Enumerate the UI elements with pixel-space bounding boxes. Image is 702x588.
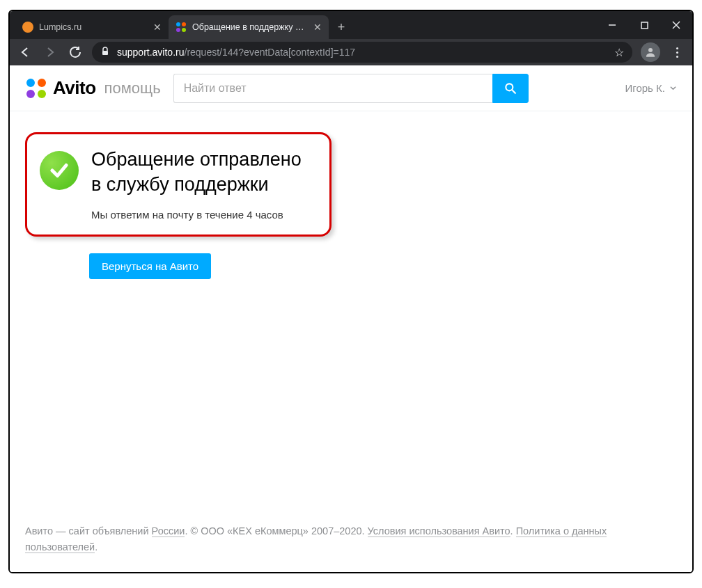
brand-subtext: помощь (104, 79, 161, 97)
maximize-button[interactable] (628, 11, 660, 39)
chevron-down-icon (669, 84, 677, 92)
search-form (173, 74, 529, 103)
svg-rect-4 (102, 51, 108, 55)
avito-logo-icon (25, 77, 47, 100)
callout-subtitle: Мы ответим на почту в течение 4 часов (91, 209, 302, 221)
address-bar[interactable]: support.avito.ru/request/144?eventData[c… (92, 42, 632, 63)
browser-menu-button[interactable] (666, 47, 688, 58)
browser-titlebar: Lumpics.ru ✕ Обращение в поддержку Авито… (10, 11, 692, 39)
svg-rect-1 (641, 22, 648, 29)
url-text: support.avito.ru/request/144?eventData[c… (117, 47, 609, 58)
main-content: Обращение отправлено в службу поддержки … (10, 111, 692, 512)
footer-link-russia[interactable]: России (152, 525, 185, 537)
window-controls (596, 11, 692, 39)
page-viewport: Avito помощь Игорь К. (10, 65, 692, 572)
return-to-avito-button[interactable]: Вернуться на Авито (89, 253, 211, 279)
brand-text: Avito (53, 77, 96, 99)
back-button[interactable] (14, 41, 36, 63)
svg-line-7 (512, 90, 515, 93)
site-footer: Авито — сайт объявлений России. © ООО «К… (10, 512, 692, 572)
search-input[interactable] (173, 74, 492, 103)
bookmark-icon[interactable]: ☆ (614, 46, 624, 59)
toolbar: support.avito.ru/request/144?eventData[c… (10, 39, 692, 65)
tab-strip: Lumpics.ru ✕ Обращение в поддержку Авито… (10, 11, 596, 39)
callout-title: Обращение отправлено в службу поддержки (91, 147, 302, 198)
favicon-avito (176, 22, 187, 33)
search-button[interactable] (492, 74, 529, 103)
forward-button[interactable] (39, 41, 61, 63)
minimize-button[interactable] (596, 11, 628, 39)
svg-point-6 (506, 84, 513, 90)
reload-button[interactable] (64, 41, 86, 63)
svg-point-5 (648, 48, 653, 52)
site-header: Avito помощь Игорь К. (10, 65, 692, 111)
success-callout: Обращение отправлено в службу поддержки … (25, 132, 332, 237)
checkmark-icon (40, 151, 79, 190)
lock-icon (100, 47, 110, 58)
close-icon[interactable]: ✕ (313, 22, 322, 33)
avito-logo[interactable]: Avito помощь (25, 77, 161, 100)
tab-title: Обращение в поддержку Авито (192, 22, 309, 32)
favicon-lumpics (22, 22, 33, 33)
footer-link-terms[interactable]: Условия использования Авито (368, 525, 510, 537)
close-icon[interactable]: ✕ (153, 22, 162, 33)
user-name: Игорь К. (625, 82, 666, 94)
close-window-button[interactable] (660, 11, 692, 39)
tab-avito-support[interactable]: Обращение в поддержку Авито ✕ (169, 15, 329, 39)
profile-avatar[interactable] (641, 42, 660, 62)
new-tab-button[interactable]: + (332, 17, 351, 37)
tab-lumpics[interactable]: Lumpics.ru ✕ (15, 15, 169, 39)
tab-title: Lumpics.ru (39, 22, 149, 32)
user-menu[interactable]: Игорь К. (625, 82, 678, 94)
